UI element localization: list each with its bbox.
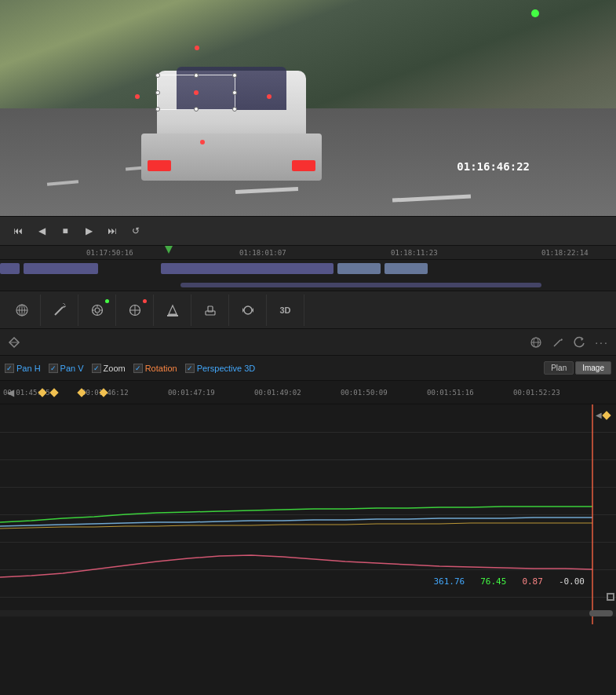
more-options-button[interactable]: ··· [592, 333, 611, 352]
video-preview: 01:16:46:22 [0, 0, 616, 216]
3d-tool-button[interactable]: 3D [267, 294, 304, 326]
stop-button[interactable]: ■ [54, 220, 76, 242]
pan-h-label: Pan H [16, 364, 41, 373]
transform-point[interactable] [200, 140, 205, 144]
tool-indicator [143, 299, 147, 303]
pan-h-value: 361.76 [434, 576, 465, 587]
transport-bar: ⏮ ◀ ■ ▶ ⏭ ↺ [0, 216, 616, 246]
pan-h-group[interactable]: ✓ Pan H [5, 364, 41, 373]
scroll-thumb[interactable] [589, 610, 613, 616]
rotation-checkbox[interactable]: ✓ [133, 364, 143, 373]
kf-timestamp: 00:01:52:23 [513, 389, 560, 397]
graph-scrollbar[interactable] [0, 610, 616, 616]
loop-button[interactable]: ↺ [125, 220, 147, 242]
kf-timestamp: 00:01:49:02 [254, 389, 301, 397]
timeline-ruler[interactable]: 01:17:50:16 01:18:01:07 01:18:11:23 01:1… [0, 246, 616, 260]
target-tool-button[interactable] [78, 294, 116, 326]
pan-v-checkbox[interactable]: ✓ [49, 364, 58, 373]
perspective-3d-group[interactable]: ✓ Perspective 3D [185, 364, 256, 373]
perspective-3d-label: Perspective 3D [197, 364, 256, 373]
graph-values: 361.76 76.45 0.87 -0.00 [434, 576, 585, 587]
rewind-icon-button[interactable] [570, 333, 589, 352]
globe-icon-button[interactable] [527, 333, 545, 352]
kf-timestamp: 00:01:47:19 [168, 389, 215, 397]
keyframe-nav-button[interactable] [5, 333, 24, 352]
kf-timestamp: 00:01:50:09 [341, 389, 388, 397]
transform-box[interactable] [157, 75, 235, 110]
wand-tool-button[interactable] [41, 294, 78, 326]
nav-diamond[interactable] [602, 411, 611, 419]
status-indicator [531, 9, 539, 17]
keyframe-diamond[interactable] [49, 388, 58, 397]
timecode-display: 01:16:46:22 [457, 160, 530, 173]
svg-line-29 [554, 340, 560, 346]
zoom-label: Zoom [104, 364, 126, 373]
zoom-value: 0.87 [522, 576, 543, 587]
plan-button[interactable]: Plan [544, 361, 574, 375]
playhead-marker [165, 246, 173, 254]
pan-v-value: 76.45 [480, 576, 506, 587]
perspective-3d-checkbox[interactable]: ✓ [185, 364, 195, 373]
zoom-checkbox[interactable]: ✓ [92, 364, 101, 373]
crosshair-tool-button[interactable] [116, 294, 154, 326]
ruler-tick: 01:18:01:07 [239, 249, 286, 257]
tool-indicator [105, 299, 109, 303]
graph-nav-arrows[interactable]: ◀ [596, 411, 610, 419]
scroll-indicator[interactable] [607, 593, 614, 601]
image-button[interactable]: Image [575, 361, 611, 375]
rotation-value: -0.00 [559, 576, 585, 587]
animation-controls-bar: ··· [0, 329, 616, 356]
pan-v-group[interactable]: ✓ Pan V [49, 364, 84, 373]
svg-point-10 [95, 308, 100, 313]
track-area[interactable] [0, 260, 616, 291]
timeline-keyframes[interactable]: ◀ 00:01:45:05 00:01:46:12 00:01:47:19 00… [0, 381, 616, 404]
svg-line-4 [55, 307, 63, 315]
pan-h-checkbox[interactable]: ✓ [5, 364, 14, 373]
svg-rect-19 [168, 314, 177, 316]
play-button[interactable]: ▶ [78, 220, 100, 242]
ruler-tick: 01:18:11:23 [391, 249, 438, 257]
wand-icon-button[interactable] [549, 333, 567, 352]
fill-tool-button[interactable] [154, 294, 191, 326]
skip-to-end-button[interactable]: ⏭ [101, 220, 123, 242]
rotation-group[interactable]: ✓ Rotation [133, 364, 177, 373]
rotation-label: Rotation [145, 364, 177, 373]
skip-to-start-button[interactable]: ⏮ [7, 220, 29, 242]
transform-point[interactable] [135, 94, 140, 99]
zoom-group[interactable]: ✓ Zoom [92, 364, 126, 373]
prev-frame-button[interactable]: ◀ [31, 220, 53, 242]
transform-point[interactable] [195, 46, 199, 50]
ruler-tick: 01:18:22:14 [541, 249, 589, 257]
grid-tool-button[interactable] [3, 294, 41, 326]
svg-line-6 [64, 304, 65, 305]
animation-graph[interactable]: ◀ 361.76 76.45 0.87 -0.00 [0, 404, 616, 624]
stabilizer-params-row: ✓ Pan H ✓ Pan V ✓ Zoom ✓ Rotation ✓ Pers… [0, 356, 616, 381]
nav-left-arrow[interactable]: ◀ [596, 411, 602, 419]
kf-timestamp: 00:01:51:16 [427, 389, 474, 397]
rotate-tool-button[interactable] [229, 294, 267, 326]
graph-curves [0, 404, 616, 624]
pan-v-label: Pan V [60, 364, 84, 373]
transform-point[interactable] [267, 94, 272, 99]
toolbar: 3D [0, 291, 616, 329]
stamp-tool-button[interactable] [191, 294, 229, 326]
ruler-tick: 01:17:50:16 [86, 249, 133, 257]
